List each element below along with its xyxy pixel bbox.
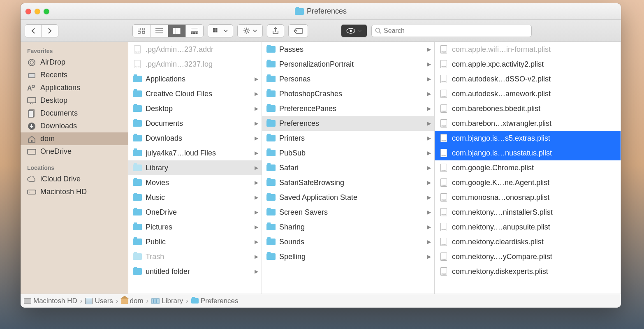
list-item[interactable]: com.monosna…onosnap.plist [435,190,621,205]
list-item[interactable]: .pgAdmin…237.addr [128,42,262,57]
list-item[interactable]: com.bjango.is…s5.extras.plist [435,131,621,146]
list-item[interactable]: PersonalizationPortrait▶ [262,57,434,72]
plist-icon [440,149,447,157]
list-item[interactable]: com.barebon…xtwrangler.plist [435,116,621,131]
list-item[interactable]: Creative Cloud Files▶ [128,86,262,101]
svg-text:A: A [27,85,32,92]
list-item[interactable]: com.apple.wifi…in-format.plist [435,42,621,57]
path-segment[interactable]: dom [121,297,144,305]
item-label: com.nektony.…anupsuite.plist [452,223,550,232]
fullscreen-button[interactable] [44,9,49,14]
folder-icon [266,179,276,186]
list-item[interactable]: Trash▶ [128,249,262,264]
list-item[interactable]: com.barebones.bbedit.plist [435,101,621,116]
sidebar-item-documents[interactable]: Documents [21,107,128,120]
icon-view-button[interactable] [133,25,151,37]
sidebar-item-label: Macintosh HD [40,188,87,196]
list-view-button[interactable] [151,25,168,37]
list-item[interactable]: OneDrive▶ [128,205,262,220]
item-label: com.apple.wifi…in-format.plist [452,45,551,54]
chevron-right-icon: ▶ [427,254,431,259]
list-item[interactable]: Movies▶ [128,175,262,190]
list-item[interactable]: Printers▶ [262,131,434,146]
list-item[interactable]: Safari▶ [262,160,434,175]
quick-look-button[interactable] [341,24,367,37]
sidebar-item-recents[interactable]: Recents [21,69,128,81]
sidebar-item-dom[interactable]: dom [21,132,128,145]
list-item[interactable]: com.google.K…ne.Agent.plist [435,175,621,190]
list-item[interactable]: Library▶ [128,160,262,175]
svg-rect-1 [142,28,145,30]
sidebar-item-applications[interactable]: AApplications [21,81,128,94]
list-item[interactable]: SafariSafeBrowsing▶ [262,175,434,190]
list-item[interactable]: com.nektony.…yCompare.plist [435,249,621,264]
plist-icon [440,104,447,113]
title-text: Preferences [307,7,347,16]
tags-button[interactable] [288,24,308,37]
list-item[interactable]: Screen Savers▶ [262,205,434,220]
list-item[interactable]: Personas▶ [262,72,434,86]
search-field[interactable] [371,25,532,37]
item-label: SafariSafeBrowsing [279,178,344,187]
item-label: com.google.Chrome.plist [452,164,534,172]
folder-icon [266,253,276,260]
list-item[interactable]: com.nektony.diskexperts.plist [435,264,621,279]
group-by-button[interactable] [208,24,233,37]
list-item[interactable]: julya4ka7…loud Files▶ [128,146,262,160]
list-item[interactable]: com.bjango.is…nusstatus.plist [435,146,621,160]
path-segment[interactable]: Preferences [191,297,239,305]
sidebar-item-airdrop[interactable]: AirDrop [21,56,128,69]
list-item[interactable]: com.autodesk…dSSO-v2.plist [435,72,621,86]
action-button[interactable] [237,24,263,37]
sidebar-item-icloud[interactable]: iCloud Drive [21,173,128,185]
list-item[interactable]: Sharing▶ [262,220,434,234]
list-item[interactable]: untitled folder▶ [128,264,262,279]
list-item[interactable]: com.nektony.…anupsuite.plist [435,220,621,234]
column-view-button[interactable] [168,25,186,37]
path-segment[interactable]: Macintosh HD [24,297,77,305]
item-label: Screen Savers [279,208,328,217]
gallery-view-button[interactable] [186,25,203,37]
svg-rect-2 [138,31,140,33]
search-input[interactable] [384,27,528,35]
list-item[interactable]: PreferencePanes▶ [262,101,434,116]
forward-button[interactable] [42,25,58,37]
sidebar-item-downloads[interactable]: Downloads [21,120,128,132]
svg-rect-37 [28,149,36,154]
path-segment[interactable]: Library [151,297,183,305]
list-item[interactable]: Public▶ [128,234,262,249]
item-label: com.autodesk…amework.plist [452,90,551,98]
sidebar-item-macintosh-hd[interactable]: Macintosh HD [21,185,128,198]
item-label: com.google.K…ne.Agent.plist [452,178,549,187]
list-item[interactable]: Passes▶ [262,42,434,57]
list-item[interactable]: Saved Application State▶ [262,190,434,205]
list-item[interactable]: Documents▶ [128,116,262,131]
list-item[interactable]: .pgAdmin…3237.log [128,57,262,72]
share-button[interactable] [267,24,284,37]
back-button[interactable] [25,25,42,37]
list-item[interactable]: Sounds▶ [262,234,434,249]
list-item[interactable]: com.apple.xpc.activity2.plist [435,57,621,72]
list-item[interactable]: com.google.Chrome.plist [435,160,621,175]
list-item[interactable]: Applications▶ [128,72,262,86]
list-item[interactable]: Spelling▶ [262,249,434,264]
plist-icon [440,238,447,246]
minimize-button[interactable] [35,9,40,14]
svg-rect-15 [215,28,217,30]
list-item[interactable]: Pictures▶ [128,220,262,234]
sidebar-item-desktop[interactable]: Desktop [21,94,128,107]
close-button[interactable] [25,9,31,14]
list-item[interactable]: Music▶ [128,190,262,205]
list-item[interactable]: com.autodesk…amework.plist [435,86,621,101]
list-item[interactable]: com.nektony.cleardisks.plist [435,234,621,249]
path-segment[interactable]: Users [85,297,113,305]
list-item[interactable]: PubSub▶ [262,146,434,160]
sidebar-item-onedrive[interactable]: OneDrive [21,145,128,158]
list-item[interactable]: Desktop▶ [128,101,262,116]
list-item[interactable]: Preferences▶ [262,116,434,131]
sidebar-item-label: iCloud Drive [40,175,81,183]
list-item[interactable]: PhotoshopCrashes▶ [262,86,434,101]
list-item[interactable]: com.nektony.…ninstallerS.plist [435,205,621,220]
downloads-icon [27,122,36,130]
list-item[interactable]: Downloads▶ [128,131,262,146]
